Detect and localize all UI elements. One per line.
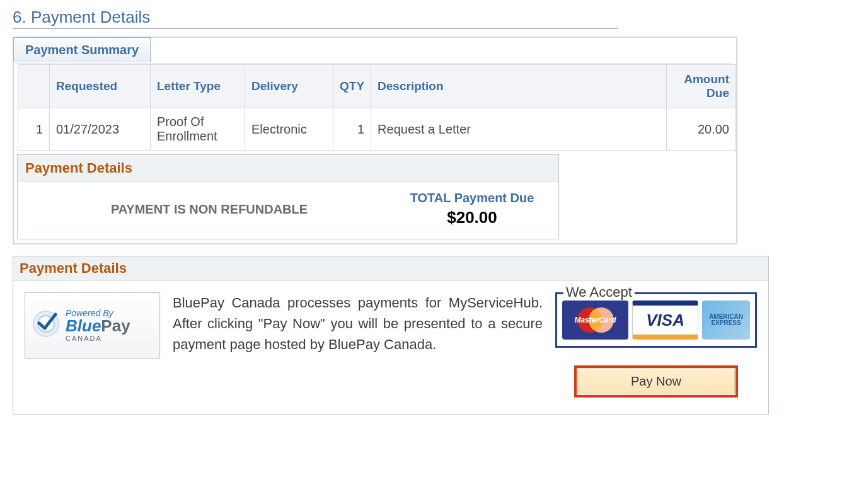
payment-info-text: BluePay Canada processes payments for My… xyxy=(173,292,543,355)
table-row: 1 01/27/2023 Proof Of Enrollment Electro… xyxy=(18,108,736,151)
payment-summary-panel: Payment Summary Requested Letter Type De… xyxy=(13,37,737,244)
payment-details-header: Payment Details xyxy=(18,155,558,182)
we-accept-box: We Accept MasterCard VISA AMERICAN EXPRE… xyxy=(555,292,757,348)
col-header-description: Description xyxy=(371,65,667,108)
cell-qty: 1 xyxy=(333,108,371,151)
payment-details-subpanel: Payment Details PAYMENT IS NON REFUNDABL… xyxy=(17,154,559,239)
bluepay-logo: Powered By BluePay CANADA xyxy=(25,292,160,358)
col-header-requested: Requested xyxy=(50,65,151,108)
visa-icon: VISA xyxy=(632,301,698,340)
cell-description: Request a Letter xyxy=(371,108,667,151)
we-accept-label: We Accept xyxy=(563,284,635,301)
col-header-qty: QTY xyxy=(333,65,371,108)
section-title: 6. Payment Details xyxy=(13,8,829,27)
table-header-row: Requested Letter Type Delivery QTY Descr… xyxy=(18,65,736,108)
divider xyxy=(13,28,618,29)
cell-amount-due: 20.00 xyxy=(667,108,736,151)
cell-delivery: Electronic xyxy=(245,108,333,151)
tab-payment-summary[interactable]: Payment Summary xyxy=(13,37,151,62)
bluepay-region: CANADA xyxy=(66,335,130,342)
col-header-letter-type: Letter Type xyxy=(151,65,245,108)
col-header-index xyxy=(18,65,50,108)
total-area: TOTAL Payment Due $20.00 xyxy=(393,191,551,227)
cell-requested: 01/27/2023 xyxy=(50,108,151,151)
col-header-amount-due: Amount Due xyxy=(667,65,736,108)
payment-summary-table: Requested Letter Type Delivery QTY Descr… xyxy=(18,64,736,151)
payment-processor-panel: Payment Details Powered By BluePay CANAD… xyxy=(13,256,769,415)
cell-index: 1 xyxy=(18,108,50,151)
pay-now-button[interactable]: Pay Now xyxy=(577,369,735,394)
col-header-delivery: Delivery xyxy=(245,65,333,108)
total-payment-label: TOTAL Payment Due xyxy=(393,191,551,205)
bluepay-brand: BluePay xyxy=(66,318,130,334)
mastercard-icon: MasterCard xyxy=(562,301,628,340)
nonrefundable-notice: PAYMENT IS NON REFUNDABLE xyxy=(25,202,393,217)
checkmark-icon xyxy=(32,309,61,341)
amex-icon: AMERICAN EXPRESS xyxy=(702,301,750,340)
pay-now-highlight: Pay Now xyxy=(574,365,738,398)
cell-letter-type: Proof Of Enrollment xyxy=(151,108,245,151)
payment-processor-header: Payment Details xyxy=(13,256,768,281)
total-payment-amount: $20.00 xyxy=(393,208,551,227)
